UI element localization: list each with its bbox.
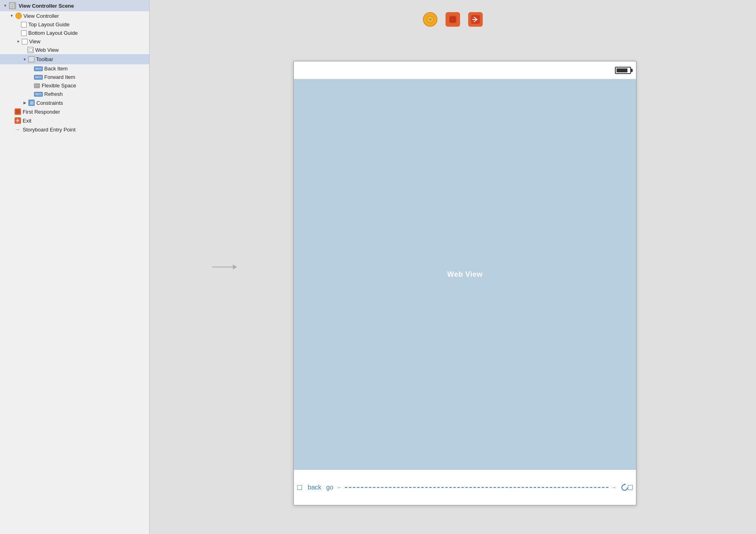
tree-item-exit[interactable]: Exit [0, 116, 149, 125]
tree-item-bottom-layout-guide[interactable]: Bottom Layout Guide [0, 29, 149, 37]
battery-fill [617, 68, 627, 72]
toolbar-left-arrow-icon: ← [337, 484, 342, 491]
refresh-icon: Item [34, 92, 43, 97]
toolbar-left-handle[interactable] [297, 485, 302, 490]
canvas-web-view: Web View [294, 79, 636, 469]
web-view-label: Web View [35, 47, 59, 53]
ios-device-frame: Web View back go ← → [293, 61, 637, 506]
toolbar-go-btn[interactable]: go [326, 484, 334, 491]
canvas-toolbar: back go ← → [294, 469, 636, 505]
entry-point-label: Storyboard Entry Point [23, 127, 76, 133]
tree-item-flexible-space[interactable]: ···· Flexible Space [0, 81, 149, 90]
view-label: View [29, 38, 40, 44]
tree-item-refresh[interactable]: Item Refresh [0, 90, 149, 98]
device-status-bar [294, 61, 636, 79]
flexible-space-line [345, 487, 608, 488]
tree-item-toolbar[interactable]: Toolbar [0, 54, 149, 64]
svg-rect-9 [451, 18, 454, 21]
view-icon [22, 39, 27, 44]
bottom-layout-guide-icon [21, 30, 27, 36]
tree-item-web-view[interactable]: Web View [0, 46, 149, 54]
top-layout-guide-label: Top Layout Guide [28, 21, 70, 28]
entry-point-arrow-icon: → [15, 126, 20, 133]
tree-item-constraints[interactable]: Constraints [0, 98, 149, 107]
forward-item-label: Forward Item [44, 74, 76, 80]
svg-point-6 [429, 18, 432, 21]
view-controller-icon [15, 13, 22, 19]
constraints-label: Constraints [36, 100, 63, 106]
refresh-label: Refresh [44, 91, 63, 97]
disclosure-scene[interactable] [2, 3, 8, 8]
toolbar-label: Toolbar [36, 56, 53, 62]
tree-item-first-responder[interactable]: First Responder [0, 107, 149, 116]
disclosure-view[interactable] [15, 39, 21, 44]
canvas-vc-icon[interactable] [423, 12, 437, 27]
document-outline: View Controller Scene View Controller To… [0, 0, 150, 534]
scene-file-icon [9, 2, 16, 9]
back-item-icon: Item [34, 66, 43, 71]
entry-arrow-line [212, 267, 237, 267]
storyboard-canvas: Web View back go ← → [150, 0, 756, 534]
tree-item-entry-point[interactable]: → Storyboard Entry Point [0, 125, 149, 134]
web-view-canvas-label: Web View [447, 270, 482, 279]
tree-item-back-item[interactable]: Item Back Item [0, 64, 149, 73]
toolbar-back-btn[interactable]: back [308, 484, 321, 491]
tree-item-view-controller[interactable]: View Controller [0, 11, 149, 20]
scene-header-label: View Controller Scene [19, 3, 74, 9]
flexible-space-icon: ···· [34, 83, 40, 88]
tree-item-view[interactable]: View [0, 37, 149, 46]
toolbar-flexible-space [343, 487, 610, 488]
first-responder-icon [15, 108, 21, 115]
constraints-icon [28, 100, 35, 106]
canvas-fr-icon[interactable] [446, 12, 460, 27]
disclosure-toolbar[interactable] [22, 57, 27, 62]
tree-item-forward-item[interactable]: Item Forward Item [0, 73, 149, 81]
disclosure-vc[interactable] [9, 13, 15, 19]
first-responder-label: First Responder [23, 109, 60, 115]
exit-icon [15, 117, 21, 124]
top-layout-guide-icon [21, 22, 27, 28]
scene-header[interactable]: View Controller Scene [0, 0, 149, 11]
toolbar-right-arrow-icon: → [611, 484, 617, 491]
view-controller-label: View Controller [23, 13, 59, 19]
disclosure-constraints[interactable] [22, 100, 27, 106]
battery-icon [615, 67, 631, 74]
exit-label: Exit [23, 118, 32, 124]
toolbar-right-handle[interactable] [628, 485, 633, 490]
flexible-space-label: Flexible Space [42, 83, 76, 89]
back-item-label: Back Item [44, 66, 68, 72]
bottom-layout-guide-label: Bottom Layout Guide [28, 30, 78, 36]
tree-item-top-layout-guide[interactable]: Top Layout Guide [0, 20, 149, 29]
toolbar-icon [28, 56, 34, 62]
forward-item-icon: Item [34, 75, 43, 80]
scene-icons-row [423, 12, 483, 27]
web-view-icon [27, 47, 34, 53]
entry-point-canvas-arrow [212, 267, 237, 267]
canvas-exit-icon[interactable] [468, 12, 483, 27]
